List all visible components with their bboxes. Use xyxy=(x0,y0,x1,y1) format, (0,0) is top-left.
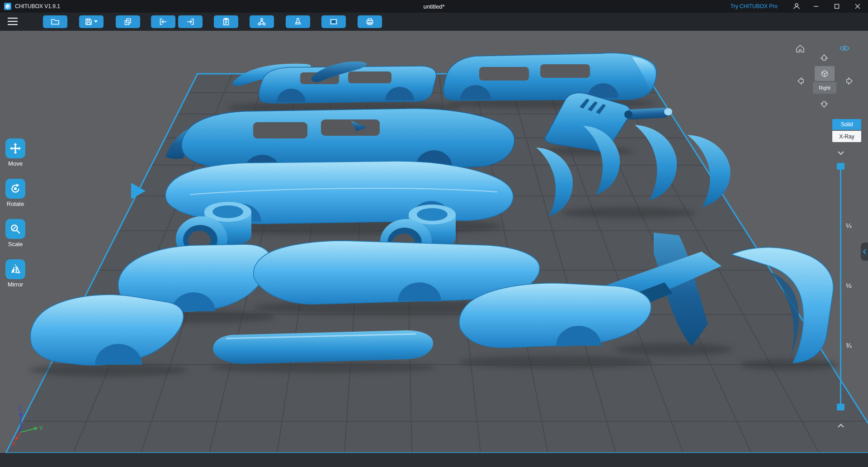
resin-flask-button[interactable] xyxy=(286,15,310,28)
try-pro-link[interactable]: Try CHITUBOX Pro xyxy=(731,3,778,10)
clipboard-icon xyxy=(222,18,230,26)
slider-track[interactable] xyxy=(840,166,841,410)
folder-open-icon xyxy=(51,18,60,26)
home-view-button[interactable] xyxy=(795,43,806,56)
arrow-down-icon xyxy=(819,100,829,110)
axis-x-label: X xyxy=(11,440,16,447)
visibility-button[interactable] xyxy=(839,44,850,54)
rotate-tool-label: Rotate xyxy=(7,200,24,207)
export-button[interactable] xyxy=(178,15,203,28)
close-button[interactable] xyxy=(847,0,868,13)
view-cube-top[interactable] xyxy=(815,66,835,81)
menu-button[interactable] xyxy=(8,17,19,27)
save-button[interactable] xyxy=(79,15,104,28)
scale-tool-label: Scale xyxy=(8,241,23,248)
solid-mode-button[interactable]: Solid xyxy=(832,119,861,130)
layer-slider: ¼ ½ ¾ xyxy=(832,149,868,439)
save-dropdown-caret xyxy=(94,20,98,23)
chevron-up-icon xyxy=(837,423,845,429)
rotate-tool-button[interactable]: Rotate xyxy=(5,179,25,207)
home-icon xyxy=(795,43,806,54)
network-icon xyxy=(258,18,266,26)
import-icon xyxy=(159,18,167,26)
left-tool-panel: Move Rotate Scale Mirror xyxy=(1,138,30,288)
mirror-icon xyxy=(5,259,25,279)
save-icon xyxy=(85,18,93,26)
slider-handle-top[interactable] xyxy=(837,163,844,170)
close-icon xyxy=(855,4,860,9)
display-mode-toggle: Solid X-Ray xyxy=(832,119,861,142)
maximize-button[interactable] xyxy=(826,0,847,13)
clipboard-button[interactable] xyxy=(214,15,238,28)
export-icon xyxy=(186,18,194,26)
app-logo-icon xyxy=(4,3,11,10)
toolbar xyxy=(0,13,868,31)
move-icon xyxy=(5,138,25,158)
maximize-icon xyxy=(834,4,840,9)
slider-handle-bottom[interactable] xyxy=(837,404,844,410)
network-button[interactable] xyxy=(250,15,274,28)
app-title: CHITUBOX V1.9.1 xyxy=(15,3,60,10)
model-sill xyxy=(213,330,433,364)
move-tool-label: Move xyxy=(8,160,23,167)
model-body-shell-b xyxy=(443,53,656,100)
scale-tool-button[interactable]: Scale xyxy=(5,219,25,248)
rotate-view-left-button[interactable] xyxy=(796,76,806,88)
arrow-right-icon xyxy=(844,76,854,86)
open-file-button[interactable] xyxy=(43,15,67,28)
printer-icon xyxy=(366,18,374,26)
clone-icon xyxy=(124,18,132,26)
rotate-view-right-button[interactable] xyxy=(844,76,854,88)
viewport-3d[interactable] xyxy=(0,0,868,453)
arrow-left-icon xyxy=(796,76,806,86)
current-view-label: Right xyxy=(819,85,830,91)
slider-label-three-quarter: ¾ xyxy=(846,342,852,349)
mirror-tool-label: Mirror xyxy=(8,281,23,288)
slider-label-half: ½ xyxy=(846,281,852,289)
cube-icon xyxy=(820,69,829,78)
view-cube-face[interactable]: Right xyxy=(813,82,836,94)
titlebar: CHITUBOX V1.9.1 untitled* Try CHITUBOX P… xyxy=(0,0,868,13)
settings-panel-tab[interactable] xyxy=(861,243,868,261)
mirror-tool-button[interactable]: Mirror xyxy=(5,259,25,288)
move-tool-button[interactable]: Move xyxy=(5,138,25,167)
rotate-view-up-button[interactable] xyxy=(819,52,829,64)
import-button[interactable] xyxy=(151,15,175,28)
xray-mode-button[interactable]: X-Ray xyxy=(832,131,861,142)
minimize-button[interactable] xyxy=(806,0,826,13)
slider-label-quarter: ¼ xyxy=(846,222,852,229)
minimize-icon xyxy=(813,4,819,9)
axis-y-label: Y xyxy=(39,424,43,432)
axis-z-label: Z xyxy=(18,405,22,412)
screen-icon xyxy=(330,18,338,26)
rotate-icon xyxy=(5,179,25,199)
scale-icon xyxy=(5,219,25,239)
bottom-strip xyxy=(0,453,868,467)
clone-button[interactable] xyxy=(116,15,140,28)
hamburger-icon xyxy=(8,17,19,27)
rotate-view-down-button[interactable] xyxy=(819,100,829,111)
view-navigation: Right xyxy=(795,43,868,116)
screen-button[interactable] xyxy=(321,15,346,28)
arrow-up-icon xyxy=(819,52,829,62)
eye-icon xyxy=(839,44,850,52)
printer-button[interactable] xyxy=(358,15,382,28)
chevron-down-icon xyxy=(837,150,845,156)
flask-icon xyxy=(294,18,302,26)
slider-collapse-button[interactable] xyxy=(837,150,845,157)
chevron-left-icon xyxy=(862,248,867,255)
slider-expand-button[interactable] xyxy=(837,423,845,430)
document-title: untitled* xyxy=(424,3,445,10)
axes-indicator: Z Y X xyxy=(9,404,50,447)
user-account-button[interactable] xyxy=(788,0,806,13)
user-icon xyxy=(793,3,800,10)
